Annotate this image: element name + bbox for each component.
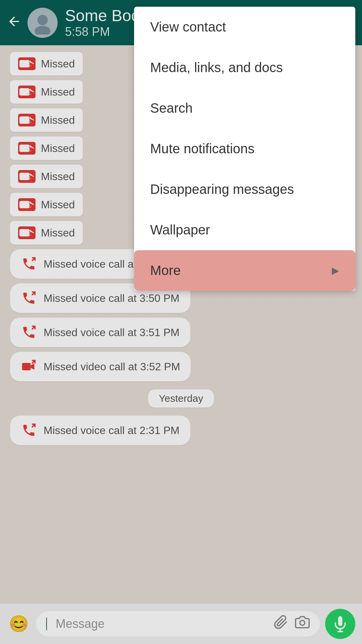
menu-item-view-contact[interactable]: View contact <box>134 7 355 47</box>
menu-item-mute-notifications[interactable]: Mute notifications <box>134 128 355 169</box>
menu-item-label: Wallpaper <box>150 222 210 237</box>
menu-item-disappearing-messages[interactable]: Disappearing messages <box>134 169 355 210</box>
menu-item-media-links-docs[interactable]: Media, links, and docs <box>134 47 355 88</box>
menu-item-label: View contact <box>150 19 226 35</box>
menu-item-label: Media, links, and docs <box>150 60 283 75</box>
menu-item-search[interactable]: Search <box>134 88 355 128</box>
menu-item-wallpaper[interactable]: Wallpaper <box>134 210 355 250</box>
chevron-right-icon: ▶ <box>332 265 339 276</box>
menu-item-more[interactable]: More ▶ <box>134 250 355 291</box>
context-menu: View contact Media, links, and docs Sear… <box>134 7 355 291</box>
menu-item-label: Mute notifications <box>150 141 254 156</box>
menu-item-label: More <box>150 263 181 278</box>
dropdown-overlay[interactable]: View contact Media, links, and docs Sear… <box>0 0 362 644</box>
menu-item-label: Disappearing messages <box>150 182 294 197</box>
menu-item-label: Search <box>150 101 193 116</box>
